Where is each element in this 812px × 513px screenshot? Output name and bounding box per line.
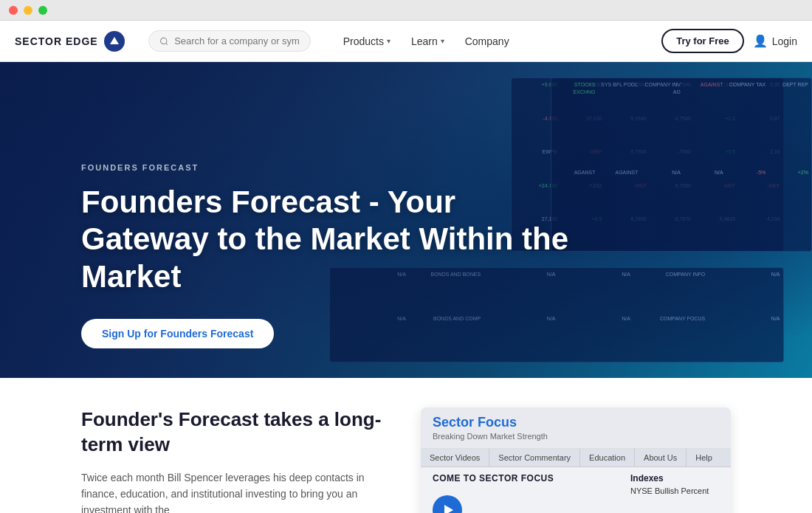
svg-point-1 [160,38,166,44]
nav-right: Try for Free 👤 Login [661,29,797,53]
nav-item-company[interactable]: Company [456,31,518,52]
hero-title: Founders Forecast - Your Gateway to the … [81,184,583,295]
window-chrome [0,0,812,21]
play-button[interactable] [433,495,462,513]
sf-nav-about-us[interactable]: About Us [635,449,687,466]
below-section-description: Twice each month Bill Spencer leverages … [81,469,385,513]
below-left-content: Founder's Forecast takes a long-term vie… [81,407,385,513]
sector-focus-indexes: Indexes NYSE Bullish Percent [630,473,719,513]
hero-content: FOUNDERS FORECAST Founders Forecast - Yo… [0,163,664,348]
navbar: SECTOR EDGE Products ▾ Learn ▾ Company T… [0,21,812,62]
svg-marker-0 [110,37,119,44]
logo-text: SECTOR EDGE [15,35,98,47]
sf-nav-help[interactable]: Help [687,449,721,466]
svg-line-2 [165,43,167,44]
close-dot[interactable] [9,6,18,15]
search-box[interactable] [148,30,311,52]
search-input[interactable] [174,35,300,47]
logo[interactable]: SECTOR EDGE [15,31,125,52]
try-for-free-button[interactable]: Try for Free [661,29,744,53]
signup-founders-forecast-button[interactable]: Sign Up for Founders Forecast [81,319,274,348]
search-icon [159,36,168,47]
index-nyse-bullish: NYSE Bullish Percent [630,486,719,495]
hero-section: +9.66057,0305,75005,7540-0.540.35 -4.750… [0,62,812,378]
below-hero-section: Founder's Forecast takes a long-term vie… [0,378,812,513]
user-icon: 👤 [753,34,768,48]
nav-item-products[interactable]: Products ▾ [334,31,399,52]
sf-nav-education[interactable]: Education [580,449,635,466]
chevron-down-icon: ▾ [441,37,444,45]
nav-links: Products ▾ Learn ▾ Company [334,31,518,52]
sector-focus-body: COME TO SECTOR FOCUS Indexes NYSE Bullis… [421,467,731,513]
indexes-title: Indexes [630,473,719,483]
login-button[interactable]: 👤 Login [753,34,797,48]
sector-focus-subtitle: Breaking Down Market Strength [433,432,719,441]
minimize-dot[interactable] [24,6,32,15]
chevron-down-icon: ▾ [387,37,390,45]
sector-focus-title: Sector Focus [433,415,719,430]
sector-focus-nav: Sector Videos Sector Commentary Educatio… [421,449,731,467]
sector-focus-welcome: COME TO SECTOR FOCUS [433,473,619,483]
sector-focus-header: Sector Focus Breaking Down Market Streng… [421,407,731,449]
logo-icon [104,31,125,52]
nav-item-learn[interactable]: Learn ▾ [402,31,453,52]
sector-focus-widget: Sector Focus Breaking Down Market Streng… [421,407,731,513]
maximize-dot[interactable] [38,6,47,15]
below-section-title: Founder's Forecast takes a long-term vie… [81,407,385,458]
sf-nav-sector-videos[interactable]: Sector Videos [421,449,489,466]
sf-nav-sector-commentary[interactable]: Sector Commentary [489,449,580,466]
hero-eyebrow: FOUNDERS FORECAST [81,163,583,172]
